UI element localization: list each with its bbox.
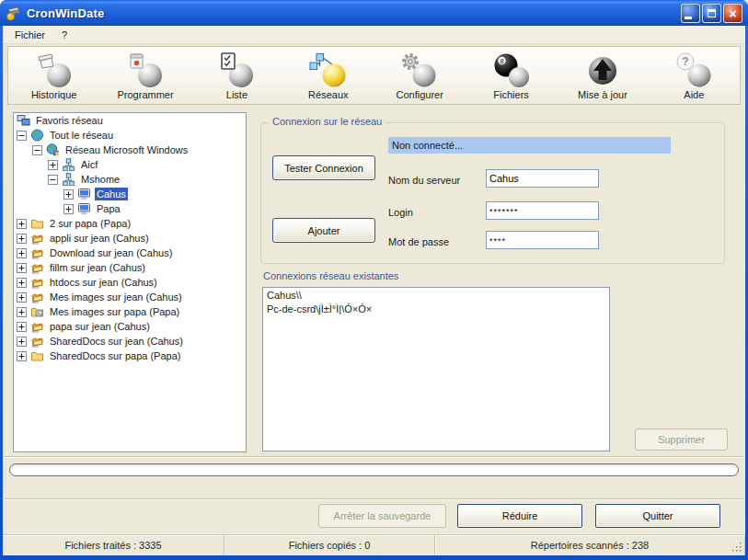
tree-item-label[interactable]: Mshome bbox=[79, 173, 121, 186]
login-input[interactable] bbox=[486, 201, 599, 220]
close-button[interactable]: × bbox=[723, 4, 742, 23]
separator bbox=[5, 498, 743, 500]
tree-item-label[interactable]: Tout le réseau bbox=[48, 129, 115, 142]
test-connection-button[interactable]: Tester Connexion bbox=[272, 155, 375, 180]
expander-plus-icon[interactable] bbox=[17, 337, 27, 347]
statusbar: Fichiers traités : 3335Fichiers copiés :… bbox=[3, 534, 745, 555]
tree-item[interactable]: Download sur jean (Cahus) bbox=[14, 246, 246, 260]
shared-folder-icon bbox=[30, 232, 44, 245]
expander-minus-icon[interactable] bbox=[48, 175, 58, 185]
tree-item-label[interactable]: Papa bbox=[95, 202, 122, 215]
menu-item-fichier[interactable]: Fichier bbox=[6, 28, 53, 42]
tree-item-label[interactable]: Aicf bbox=[79, 158, 99, 171]
toolbar-button-historique[interactable]: Historique bbox=[8, 47, 99, 104]
connection-list-item[interactable]: Cahus\\ bbox=[263, 289, 609, 303]
toolbar-button-miseajour[interactable]: Mise à jour bbox=[557, 47, 648, 104]
tree-item-label[interactable]: fillm sur jean (Cahus) bbox=[48, 261, 147, 274]
expander-plus-icon[interactable] bbox=[17, 322, 27, 332]
expander-minus-icon[interactable] bbox=[17, 131, 27, 141]
delete-button[interactable]: Supprimer bbox=[635, 429, 728, 451]
tree-item[interactable]: Réseau Microsoft Windows bbox=[14, 143, 246, 157]
tree-item[interactable]: papa sur jean (Cahus) bbox=[14, 319, 246, 334]
login-label: Login bbox=[388, 207, 413, 218]
toolbar-button-aide[interactable]: ? Aide bbox=[649, 47, 740, 104]
tree-item[interactable]: Mes images sur jean (Cahus) bbox=[14, 290, 246, 304]
toolbar-button-label: Programmer bbox=[118, 89, 174, 100]
expander-plus-icon[interactable] bbox=[17, 234, 27, 244]
tree-item[interactable]: Mes images sur papa (Papa) bbox=[14, 304, 246, 319]
menubar: Fichier ? bbox=[3, 26, 745, 44]
tree-item[interactable]: Aicf bbox=[14, 157, 246, 172]
tree-item-label[interactable]: Réseau Microsoft Windows bbox=[63, 143, 190, 156]
minimize-button[interactable] bbox=[681, 4, 700, 23]
schedule-sphere-icon bbox=[125, 51, 166, 88]
tree-item[interactable]: SharedDocs sur jean (Cahus) bbox=[14, 334, 246, 349]
tree-item[interactable]: Papa bbox=[14, 201, 246, 216]
resize-grip[interactable] bbox=[731, 542, 743, 554]
tree-item[interactable]: Mshome bbox=[14, 172, 246, 187]
menu-item-help[interactable]: ? bbox=[53, 28, 75, 42]
server-name-input[interactable] bbox=[486, 169, 599, 188]
expander-plus-icon[interactable] bbox=[63, 189, 74, 200]
expander-minus-icon[interactable] bbox=[32, 145, 42, 155]
maximize-icon bbox=[708, 9, 716, 17]
expander-plus-icon[interactable] bbox=[17, 263, 27, 273]
tree-item[interactable]: Favoris réseau bbox=[14, 113, 246, 128]
tree-item[interactable]: 2 sur papa (Papa) bbox=[14, 216, 246, 231]
folder-icon bbox=[30, 217, 44, 230]
toolbar-button-configurer[interactable]: Configurer bbox=[374, 47, 466, 104]
toolbar-button-label: Réseaux bbox=[308, 89, 348, 100]
tree-item[interactable]: fillm sur jean (Cahus) bbox=[14, 260, 246, 275]
expander-plus-icon[interactable] bbox=[17, 278, 27, 288]
tree-item[interactable]: Cahus bbox=[14, 187, 246, 201]
tree-item-label[interactable]: papa sur jean (Cahus) bbox=[48, 320, 152, 333]
expander-plus-icon[interactable] bbox=[17, 351, 27, 361]
tree-item-label[interactable]: Cahus bbox=[95, 188, 128, 200]
toolbar-button-reseaux[interactable]: Réseaux bbox=[282, 47, 374, 104]
tree-item-label[interactable]: Mes images sur jean (Cahus) bbox=[48, 291, 184, 303]
tree-item-label[interactable]: Mes images sur papa (Papa) bbox=[48, 305, 181, 318]
checklist-sphere-icon bbox=[216, 51, 257, 88]
maximize-button[interactable] bbox=[702, 4, 721, 23]
network-tree: Favoris réseau Tout le réseau Réseau Mic… bbox=[13, 112, 247, 452]
expander-plus-icon[interactable] bbox=[17, 219, 27, 229]
stop-backup-button[interactable]: Arrêter la sauvegarde bbox=[318, 504, 446, 528]
expander-plus-icon[interactable] bbox=[63, 204, 74, 214]
tree-item[interactable]: appli sur jean (Cahus) bbox=[14, 231, 246, 246]
tree-item-label[interactable]: appli sur jean (Cahus) bbox=[48, 232, 151, 245]
gear-sphere-icon bbox=[399, 51, 440, 88]
shared-folder-icon bbox=[30, 335, 44, 348]
app-window: CronWinDate × Fichier ? Historique Progr… bbox=[0, 0, 748, 560]
svg-text:8: 8 bbox=[500, 57, 504, 65]
password-input[interactable] bbox=[486, 231, 599, 249]
tree-item-label[interactable]: htdocs sur jean (Cahus) bbox=[48, 276, 159, 289]
expander-plus-icon[interactable] bbox=[17, 292, 27, 303]
shared-folder-icon bbox=[30, 276, 44, 289]
toolbar-button-fichiers[interactable]: 8 Fichiers bbox=[466, 47, 557, 104]
shared-folder-icon bbox=[30, 320, 44, 333]
toolbar-button-label: Configurer bbox=[397, 89, 443, 100]
reduce-button[interactable]: Réduire bbox=[457, 504, 582, 528]
toolbar: Historique Programmer Liste Réseaux Conf… bbox=[7, 46, 741, 105]
toolbar-button-programmer[interactable]: Programmer bbox=[99, 47, 190, 104]
tree-item[interactable]: SharedDocs sur papa (Papa) bbox=[14, 349, 246, 363]
titlebar[interactable]: CronWinDate × bbox=[0, 0, 748, 26]
connection-list-item[interactable]: Pc-de-csrd\jÌ±Ì°Ì|\Ó×Ó× bbox=[263, 303, 609, 316]
tree-item[interactable]: htdocs sur jean (Cahus) bbox=[14, 275, 246, 290]
expander-plus-icon[interactable] bbox=[17, 307, 27, 317]
tree-item-label[interactable]: 2 sur papa (Papa) bbox=[48, 217, 132, 230]
separator bbox=[5, 456, 743, 458]
add-button[interactable]: Ajouter bbox=[272, 218, 375, 243]
toolbar-button-liste[interactable]: Liste bbox=[191, 47, 282, 104]
tree-item[interactable]: Tout le réseau bbox=[14, 128, 246, 143]
computer-icon bbox=[77, 188, 91, 200]
expander-plus-icon[interactable] bbox=[48, 160, 58, 170]
tree-item-label[interactable]: SharedDocs sur papa (Papa) bbox=[48, 349, 182, 362]
computer-icon bbox=[77, 202, 91, 215]
connections-list[interactable]: Cahus\\Pc-de-csrd\jÌ±Ì°Ì|\Ó×Ó× bbox=[262, 287, 610, 451]
quit-button[interactable]: Quitter bbox=[595, 504, 720, 528]
tree-item-label[interactable]: Favoris réseau bbox=[34, 114, 105, 127]
tree-item-label[interactable]: Download sur jean (Cahus) bbox=[48, 246, 174, 259]
expander-plus-icon[interactable] bbox=[17, 248, 27, 258]
tree-item-label[interactable]: SharedDocs sur jean (Cahus) bbox=[48, 335, 185, 348]
